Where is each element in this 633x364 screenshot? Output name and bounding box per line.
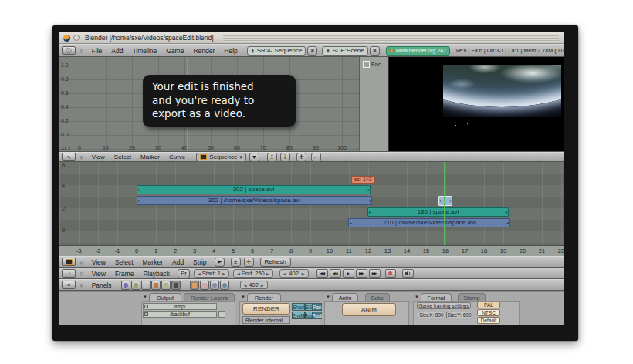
strip-handle-right[interactable]: ◂ [505, 208, 507, 216]
logic-context-icon[interactable] [121, 281, 130, 290]
anim-button[interactable]: ANIM [342, 303, 396, 316]
refresh-button[interactable]: Refresh [260, 258, 291, 267]
curve-subcontext-icon[interactable] [220, 281, 229, 290]
audio-mute-button[interactable] [402, 269, 414, 278]
render-subcontext-icon[interactable] [190, 281, 199, 290]
shading-context-icon[interactable] [141, 281, 151, 290]
menu-render[interactable]: Render [193, 47, 215, 55]
menu-marker[interactable]: Marker [140, 153, 160, 160]
buttons-window-icon[interactable]: ≡ [62, 281, 76, 289]
collapse-icon[interactable] [326, 295, 330, 299]
strip-handle-left[interactable]: ▸ [138, 186, 140, 194]
sequencer-strip[interactable]: 210 | /home/sxe/Videos/space.avi▸◂ [348, 218, 510, 228]
render-engine-select[interactable]: Blender Internal [242, 316, 290, 324]
preset-default[interactable]: Default [477, 317, 500, 324]
window-seam[interactable] [59, 151, 564, 152]
strip-handle-right[interactable]: ◂ [506, 219, 509, 227]
strip-handle-left[interactable]: ▸ [369, 208, 371, 216]
menu-add[interactable]: Add [172, 258, 184, 266]
chevron-down-icon[interactable] [80, 259, 83, 265]
strip-handle-right[interactable]: ◂ [368, 197, 371, 204]
backbuf-toggle[interactable] [218, 311, 225, 318]
file-icon[interactable] [144, 305, 148, 308]
stepper-right-icon[interactable]: ▶ [222, 271, 225, 276]
channel-label[interactable]: Fac [371, 61, 381, 68]
clamp-icon[interactable]: ± [231, 258, 241, 267]
jump-start-button[interactable]: |◀◀ [316, 269, 328, 278]
ipo-type-selector[interactable]: Sequence ▾ [196, 153, 246, 162]
script-context-icon[interactable] [131, 281, 140, 290]
toggle-ss[interactable]: SS [305, 303, 313, 311]
next-keyframe-button[interactable]: ▶▶ [356, 269, 367, 278]
channel-checkbox[interactable] [363, 61, 370, 68]
menu-playback[interactable]: Playback [143, 270, 170, 278]
record-button[interactable] [385, 269, 396, 278]
transition-label[interactable]: ss: 1>3 [351, 176, 375, 184]
strip-handle-left[interactable]: ▸ [440, 197, 442, 204]
chevron-down-icon[interactable] [80, 282, 83, 288]
strip-handle-left[interactable]: ▸ [138, 197, 140, 204]
toggle-ray[interactable]: Ray [305, 312, 313, 319]
jump-end-button[interactable]: ▶▶| [369, 269, 381, 278]
menu-marker[interactable]: Marker [143, 258, 163, 266]
sequencer-window-icon[interactable] [62, 258, 76, 266]
screen-selector[interactable]: SR:4- Sequence [247, 46, 306, 56]
blender-version-button[interactable]: www.blender.org 247 [386, 46, 450, 56]
render-button[interactable]: RENDER [242, 303, 290, 315]
output-path-field[interactable]: /tmp/ [143, 303, 217, 310]
paste-curve-icon[interactable]: ↧ [280, 153, 290, 162]
physics-subcontext-icon[interactable] [210, 281, 219, 290]
lock-icon[interactable]: ⌐ [311, 153, 321, 162]
sequencer-canvas[interactable]: 6420-2302 | space.avi▸◂302 | /home/sxe/V… [59, 162, 564, 245]
strip-handle-left[interactable]: ▸ [350, 219, 352, 227]
menu-help[interactable]: Help [224, 47, 237, 55]
stepper-right-icon[interactable]: ▶ [302, 271, 305, 276]
menu-strip[interactable]: Strip [193, 258, 206, 266]
chevron-down-icon[interactable] [80, 154, 83, 160]
toggle-pan[interactable]: Pan [313, 303, 322, 311]
sequencer-strip[interactable]: ▸◂ [438, 196, 452, 206]
current-frame-stepper[interactable]: ◀ 402 ▶ [279, 269, 309, 278]
dropdown-button[interactable]: ▾ [249, 153, 259, 162]
pan-icon[interactable]: ✛ [244, 258, 254, 267]
play-button[interactable]: ▶ [343, 269, 354, 278]
preset-pal[interactable]: PAL [477, 302, 500, 308]
collapse-icon[interactable] [241, 295, 245, 299]
collapse-icon[interactable] [415, 295, 419, 299]
info-window-icon[interactable]: ⓘ [62, 46, 76, 55]
editing-context-icon[interactable] [161, 281, 171, 290]
scene-selector[interactable]: SCE:Scene [322, 46, 367, 56]
anim-subcontext-icon[interactable] [200, 281, 209, 290]
toggle-shad[interactable]: Shad [292, 303, 305, 311]
sequencer-playhead[interactable] [444, 162, 445, 245]
ipo-window-icon[interactable]: ∿ [62, 153, 76, 161]
start-frame-stepper[interactable]: ◀ Start: 1 ▶ [194, 269, 229, 278]
menu-select[interactable]: Select [114, 153, 131, 160]
strip-handle-right[interactable]: ◂ [449, 197, 451, 204]
screen-delete-button[interactable]: × [307, 46, 317, 56]
collapse-icon[interactable] [143, 295, 147, 299]
menu-view[interactable]: View [92, 270, 106, 278]
menu-frame[interactable]: Frame [115, 270, 134, 278]
toggle-envm[interactable]: EnvM [292, 312, 305, 319]
menu-view[interactable]: View [92, 258, 106, 266]
frame-stepper[interactable]: ◀ 402 ▶ [240, 281, 268, 289]
window-menu-icon[interactable] [73, 35, 80, 41]
file-icon[interactable] [144, 312, 148, 316]
chevron-down-icon[interactable] [80, 48, 83, 53]
prev-keyframe-button[interactable]: ◀◀ [330, 269, 341, 278]
pan-icon[interactable]: ✛ [296, 153, 306, 162]
stepper-left-icon[interactable]: ◀ [283, 271, 286, 276]
timeline-window-icon[interactable]: ◔ [62, 269, 76, 278]
backbuf-path-field[interactable]: /backbuf [143, 311, 217, 318]
stepper-right-icon[interactable]: ▶ [261, 283, 264, 288]
stepper-left-icon[interactable]: ◀ [198, 271, 201, 276]
stepper-right-icon[interactable]: ▶ [266, 271, 269, 276]
sizey-stepper[interactable]: SizeY: 600 [446, 312, 472, 318]
panels-menu[interactable]: Panels [92, 281, 112, 289]
object-context-icon[interactable] [151, 281, 161, 290]
menu-view[interactable]: View [92, 153, 105, 160]
menu-game[interactable]: Game [166, 47, 184, 55]
strip-handle-right[interactable]: ◂ [367, 186, 369, 194]
game-framing-button[interactable]: Game framing settings [417, 302, 471, 309]
